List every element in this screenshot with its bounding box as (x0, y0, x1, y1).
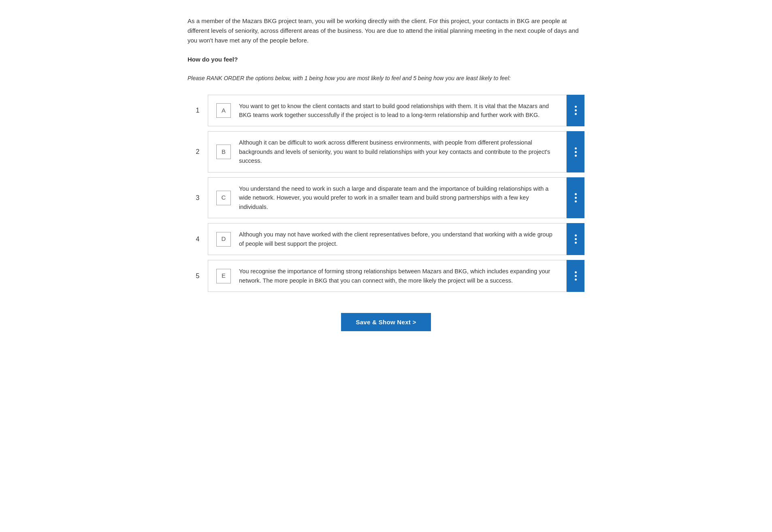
rank-number: 3 (188, 177, 208, 218)
rank-number: 1 (188, 95, 208, 127)
option-card: BAlthough it can be difficult to work ac… (208, 131, 567, 172)
ranking-row: 5EYou recognise the importance of formin… (188, 260, 584, 292)
option-text: Although it can be difficult to work acr… (239, 138, 558, 165)
drag-handle[interactable] (567, 260, 584, 292)
ranking-list: 1AYou want to get to know the client con… (188, 95, 584, 297)
option-text: You recognise the importance of forming … (239, 267, 558, 285)
option-letter: B (216, 145, 231, 159)
ranking-row: 2BAlthough it can be difficult to work a… (188, 131, 584, 172)
drag-dots-icon (575, 147, 577, 157)
intro-paragraph: As a member of the Mazars BKG project te… (188, 16, 584, 45)
rank-number: 5 (188, 260, 208, 292)
ranking-row: 1AYou want to get to know the client con… (188, 95, 584, 127)
option-card: AYou want to get to know the client cont… (208, 95, 567, 127)
question-label: How do you feel? (188, 55, 584, 64)
ranking-row: 4DAlthough you may not have worked with … (188, 223, 584, 255)
ranking-row: 3CYou understand the need to work in suc… (188, 177, 584, 218)
instruction-text: Please RANK ORDER the options below, wit… (188, 74, 584, 83)
button-row: Save & Show Next > (188, 313, 584, 331)
option-letter: C (216, 191, 231, 205)
option-card: EYou recognise the importance of forming… (208, 260, 567, 292)
drag-handle[interactable] (567, 223, 584, 255)
drag-dots-icon (575, 106, 577, 115)
option-letter: A (216, 103, 231, 118)
drag-handle[interactable] (567, 95, 584, 127)
option-text: Although you may not have worked with th… (239, 230, 558, 248)
option-text: You understand the need to work in such … (239, 184, 558, 211)
option-letter: E (216, 269, 231, 283)
drag-dots-icon (575, 271, 577, 281)
drag-handle[interactable] (567, 131, 584, 172)
drag-dots-icon (575, 234, 577, 244)
option-card: DAlthough you may not have worked with t… (208, 223, 567, 255)
page-container: As a member of the Mazars BKG project te… (163, 0, 609, 355)
rank-number: 4 (188, 223, 208, 255)
rank-number: 2 (188, 131, 208, 172)
option-card: CYou understand the need to work in such… (208, 177, 567, 218)
drag-dots-icon (575, 193, 577, 202)
save-show-next-button[interactable]: Save & Show Next > (341, 313, 431, 331)
drag-handle[interactable] (567, 177, 584, 218)
option-text: You want to get to know the client conta… (239, 102, 558, 120)
option-letter: D (216, 232, 231, 247)
